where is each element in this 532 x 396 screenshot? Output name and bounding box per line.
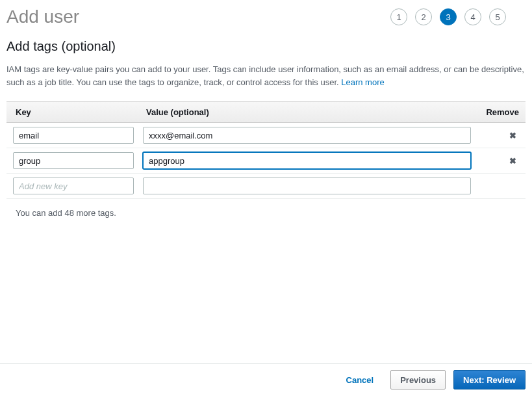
tags-header-row: Key Value (optional) Remove bbox=[6, 101, 526, 123]
step-3[interactable]: 3 bbox=[440, 8, 457, 25]
table-row: ✖ bbox=[6, 148, 526, 174]
new-tag-key-input[interactable] bbox=[13, 178, 134, 194]
learn-more-link[interactable]: Learn more bbox=[341, 77, 384, 87]
tag-value-input[interactable] bbox=[143, 152, 471, 169]
next-review-button[interactable]: Next: Review bbox=[453, 370, 526, 389]
header: Add user 1 2 3 4 5 bbox=[6, 7, 526, 27]
description-text: IAM tags are key-value pairs you can add… bbox=[6, 64, 524, 87]
header-key: Key bbox=[13, 107, 143, 117]
page-title: Add user bbox=[6, 7, 79, 27]
previous-button[interactable]: Previous bbox=[390, 370, 446, 389]
remove-icon[interactable]: ✖ bbox=[509, 156, 516, 166]
header-value: Value (optional) bbox=[143, 107, 480, 117]
cancel-button[interactable]: Cancel bbox=[337, 370, 383, 389]
step-5[interactable]: 5 bbox=[489, 8, 506, 25]
tags-table: Key Value (optional) Remove ✖ ✖ bbox=[6, 101, 526, 199]
remaining-tags-text: You can add 48 more tags. bbox=[6, 199, 526, 218]
table-row-new bbox=[6, 174, 526, 199]
section-title: Add tags (optional) bbox=[6, 39, 526, 54]
remove-icon[interactable]: ✖ bbox=[509, 131, 516, 140]
step-2[interactable]: 2 bbox=[415, 8, 432, 25]
wizard-steps: 1 2 3 4 5 bbox=[390, 8, 526, 25]
header-remove: Remove bbox=[480, 107, 519, 117]
step-1[interactable]: 1 bbox=[390, 8, 407, 25]
new-tag-value-input[interactable] bbox=[143, 178, 471, 194]
tag-key-input[interactable] bbox=[13, 127, 134, 144]
tag-key-input[interactable] bbox=[13, 152, 134, 169]
tag-value-input[interactable] bbox=[143, 127, 471, 144]
section-description: IAM tags are key-value pairs you can add… bbox=[6, 63, 526, 88]
step-4[interactable]: 4 bbox=[464, 8, 481, 25]
table-row: ✖ bbox=[6, 123, 526, 148]
footer: Cancel Previous Next: Review bbox=[0, 363, 532, 396]
